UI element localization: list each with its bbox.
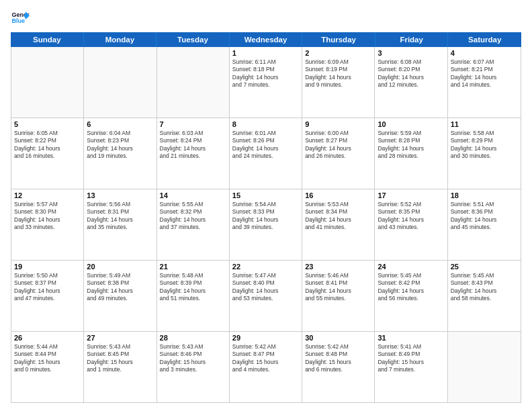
calendar-body: 1Sunrise: 6:11 AM Sunset: 8:18 PM Daylig…: [11, 47, 521, 403]
day-number: 16: [305, 191, 371, 199]
cell-text: Sunrise: 5:43 AM Sunset: 8:45 PM Dayligh…: [87, 343, 153, 374]
calendar-cell-r3c4: 23Sunrise: 5:46 AM Sunset: 8:41 PM Dayli…: [302, 261, 375, 331]
day-number: 24: [378, 263, 444, 271]
day-number: 17: [378, 191, 444, 199]
cell-text: Sunrise: 5:55 AM Sunset: 8:32 PM Dayligh…: [160, 201, 226, 232]
cell-text: Sunrise: 6:03 AM Sunset: 8:24 PM Dayligh…: [160, 130, 226, 161]
calendar-cell-r4c6: [448, 332, 521, 402]
cell-text: Sunrise: 6:01 AM Sunset: 8:26 PM Dayligh…: [232, 130, 299, 161]
cell-text: Sunrise: 6:04 AM Sunset: 8:23 PM Dayligh…: [87, 130, 153, 161]
cell-text: Sunrise: 5:50 AM Sunset: 8:37 PM Dayligh…: [14, 272, 81, 303]
day-number: 12: [14, 191, 81, 199]
calendar-cell-r2c3: 15Sunrise: 5:54 AM Sunset: 8:33 PM Dayli…: [230, 189, 302, 260]
header-saturday: Saturday: [448, 32, 521, 47]
header-tuesday: Tuesday: [157, 32, 230, 47]
header: General Blue: [11, 8, 521, 27]
logo-icon: General Blue: [11, 8, 30, 27]
calendar-cell-r0c4: 2Sunrise: 6:09 AM Sunset: 8:19 PM Daylig…: [302, 47, 375, 118]
day-number: 4: [451, 49, 518, 57]
logo-area: General Blue: [11, 8, 32, 27]
header-sunday: Sunday: [11, 32, 84, 47]
day-number: 21: [160, 263, 226, 271]
cell-text: Sunrise: 6:08 AM Sunset: 8:20 PM Dayligh…: [378, 58, 444, 89]
day-number: 15: [232, 191, 299, 199]
calendar-cell-r0c0: [11, 47, 84, 118]
calendar-rows: 1Sunrise: 6:11 AM Sunset: 8:18 PM Daylig…: [11, 47, 521, 402]
day-number: 27: [87, 334, 153, 342]
cell-text: Sunrise: 5:53 AM Sunset: 8:34 PM Dayligh…: [305, 201, 371, 232]
cell-text: Sunrise: 5:54 AM Sunset: 8:33 PM Dayligh…: [232, 201, 299, 232]
calendar-week-4: 19Sunrise: 5:50 AM Sunset: 8:37 PM Dayli…: [11, 261, 521, 332]
calendar-cell-r4c5: 31Sunrise: 5:41 AM Sunset: 8:49 PM Dayli…: [375, 332, 447, 402]
day-number: 29: [232, 334, 299, 342]
calendar-cell-r0c5: 3Sunrise: 6:08 AM Sunset: 8:20 PM Daylig…: [375, 47, 447, 118]
day-number: 7: [160, 120, 226, 128]
cell-text: Sunrise: 6:05 AM Sunset: 8:22 PM Dayligh…: [14, 130, 81, 161]
calendar-cell-r4c4: 30Sunrise: 5:42 AM Sunset: 8:48 PM Dayli…: [302, 332, 375, 402]
cell-text: Sunrise: 5:56 AM Sunset: 8:31 PM Dayligh…: [87, 201, 153, 232]
cell-text: Sunrise: 5:52 AM Sunset: 8:35 PM Dayligh…: [378, 201, 444, 232]
cell-text: Sunrise: 5:45 AM Sunset: 8:43 PM Dayligh…: [451, 272, 518, 303]
day-number: 13: [87, 191, 153, 199]
calendar-cell-r3c1: 20Sunrise: 5:49 AM Sunset: 8:38 PM Dayli…: [84, 261, 157, 331]
day-number: 19: [14, 263, 81, 271]
day-number: 10: [378, 120, 444, 128]
cell-text: Sunrise: 5:49 AM Sunset: 8:38 PM Dayligh…: [87, 272, 153, 303]
day-number: 6: [87, 120, 153, 128]
calendar-cell-r1c4: 9Sunrise: 6:00 AM Sunset: 8:27 PM Daylig…: [302, 118, 375, 189]
calendar-cell-r4c0: 26Sunrise: 5:44 AM Sunset: 8:44 PM Dayli…: [11, 332, 84, 402]
calendar-cell-r4c1: 27Sunrise: 5:43 AM Sunset: 8:45 PM Dayli…: [84, 332, 157, 402]
calendar-cell-r2c6: 18Sunrise: 5:51 AM Sunset: 8:36 PM Dayli…: [448, 189, 521, 260]
header-monday: Monday: [84, 32, 157, 47]
calendar-cell-r3c3: 22Sunrise: 5:47 AM Sunset: 8:40 PM Dayli…: [230, 261, 302, 331]
calendar-cell-r2c2: 14Sunrise: 5:55 AM Sunset: 8:32 PM Dayli…: [157, 189, 230, 260]
svg-text:Blue: Blue: [11, 17, 25, 24]
day-number: 9: [305, 120, 371, 128]
cell-text: Sunrise: 6:00 AM Sunset: 8:27 PM Dayligh…: [305, 130, 371, 161]
cell-text: Sunrise: 5:51 AM Sunset: 8:36 PM Dayligh…: [451, 201, 518, 232]
header-friday: Friday: [375, 32, 449, 47]
calendar-cell-r0c6: 4Sunrise: 6:07 AM Sunset: 8:21 PM Daylig…: [448, 47, 521, 118]
day-number: 1: [232, 49, 299, 57]
day-number: 18: [451, 191, 518, 199]
day-number: 26: [14, 334, 81, 342]
page: General Blue Sunday Monday Tuesday Wedne…: [0, 0, 532, 411]
day-number: 14: [160, 191, 226, 199]
calendar-cell-r3c6: 25Sunrise: 5:45 AM Sunset: 8:43 PM Dayli…: [448, 261, 521, 331]
day-number: 25: [451, 263, 518, 271]
calendar-header: Sunday Monday Tuesday Wednesday Thursday…: [11, 32, 521, 47]
cell-text: Sunrise: 5:47 AM Sunset: 8:40 PM Dayligh…: [232, 272, 299, 303]
cell-text: Sunrise: 5:59 AM Sunset: 8:28 PM Dayligh…: [378, 130, 444, 161]
day-number: 5: [14, 120, 81, 128]
calendar-cell-r1c3: 8Sunrise: 6:01 AM Sunset: 8:26 PM Daylig…: [230, 118, 302, 189]
cell-text: Sunrise: 5:45 AM Sunset: 8:42 PM Dayligh…: [378, 272, 444, 303]
calendar-cell-r2c5: 17Sunrise: 5:52 AM Sunset: 8:35 PM Dayli…: [375, 189, 447, 260]
calendar: Sunday Monday Tuesday Wednesday Thursday…: [11, 32, 521, 403]
cell-text: Sunrise: 5:43 AM Sunset: 8:46 PM Dayligh…: [160, 343, 226, 374]
day-number: 8: [232, 120, 299, 128]
day-number: 22: [232, 263, 299, 271]
cell-text: Sunrise: 5:46 AM Sunset: 8:41 PM Dayligh…: [305, 272, 371, 303]
cell-text: Sunrise: 5:48 AM Sunset: 8:39 PM Dayligh…: [160, 272, 226, 303]
calendar-cell-r4c3: 29Sunrise: 5:42 AM Sunset: 8:47 PM Dayli…: [230, 332, 302, 402]
cell-text: Sunrise: 5:42 AM Sunset: 8:48 PM Dayligh…: [305, 343, 371, 374]
cell-text: Sunrise: 5:42 AM Sunset: 8:47 PM Dayligh…: [232, 343, 299, 374]
calendar-cell-r1c0: 5Sunrise: 6:05 AM Sunset: 8:22 PM Daylig…: [11, 118, 84, 189]
calendar-cell-r0c2: [157, 47, 230, 118]
cell-text: Sunrise: 5:44 AM Sunset: 8:44 PM Dayligh…: [14, 343, 81, 374]
day-number: 20: [87, 263, 153, 271]
cell-text: Sunrise: 6:09 AM Sunset: 8:19 PM Dayligh…: [305, 58, 371, 89]
calendar-cell-r1c1: 6Sunrise: 6:04 AM Sunset: 8:23 PM Daylig…: [84, 118, 157, 189]
calendar-cell-r4c2: 28Sunrise: 5:43 AM Sunset: 8:46 PM Dayli…: [157, 332, 230, 402]
calendar-cell-r0c1: [84, 47, 157, 118]
calendar-cell-r1c2: 7Sunrise: 6:03 AM Sunset: 8:24 PM Daylig…: [157, 118, 230, 189]
calendar-cell-r1c5: 10Sunrise: 5:59 AM Sunset: 8:28 PM Dayli…: [375, 118, 447, 189]
calendar-week-2: 5Sunrise: 6:05 AM Sunset: 8:22 PM Daylig…: [11, 118, 521, 189]
calendar-cell-r3c2: 21Sunrise: 5:48 AM Sunset: 8:39 PM Dayli…: [157, 261, 230, 331]
day-number: 3: [378, 49, 444, 57]
day-number: 2: [305, 49, 371, 57]
day-number: 30: [305, 334, 371, 342]
calendar-cell-r2c4: 16Sunrise: 5:53 AM Sunset: 8:34 PM Dayli…: [302, 189, 375, 260]
header-wednesday: Wednesday: [230, 32, 303, 47]
cell-text: Sunrise: 5:57 AM Sunset: 8:30 PM Dayligh…: [14, 201, 81, 232]
